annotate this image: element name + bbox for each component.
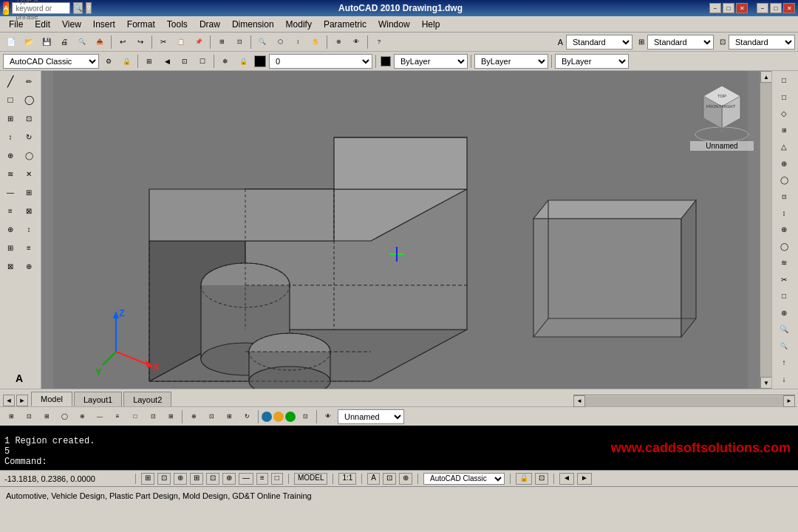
scroll-down-btn[interactable]: ▼ — [760, 377, 772, 389]
toggle-osnap-btn[interactable]: ⊕ — [74, 409, 90, 425]
menu-edit[interactable]: Edit — [29, 18, 56, 31]
modify-chamfer-btn[interactable]: ✕ — [20, 165, 38, 183]
scroll-thumb-v[interactable] — [760, 83, 771, 377]
toggle-snap-btn[interactable]: ⊞ — [3, 409, 19, 425]
help-btn[interactable]: ? — [371, 34, 387, 50]
3dtools-btn[interactable]: ⊕ — [330, 34, 347, 50]
visual-style-btn[interactable]: ◯ — [774, 172, 794, 188]
scroll-right-btn[interactable]: ↑ — [774, 355, 794, 370]
menu-window[interactable]: Window — [372, 18, 416, 31]
toggle-lineweight-btn[interactable]: ≡ — [109, 409, 126, 425]
modify-erase-btn[interactable]: ⊠ — [1, 257, 19, 275]
circle-btn3[interactable] — [273, 412, 284, 422]
render-sun-btn[interactable]: ◇ — [774, 106, 794, 121]
scroll-up-btn[interactable]: ▲ — [760, 71, 772, 83]
camera-btn[interactable]: ⊕ — [774, 222, 794, 237]
snap-toggle[interactable]: ⊡ — [157, 473, 171, 485]
menu-draw[interactable]: Draw — [194, 18, 226, 31]
lweight-toggle[interactable]: ≡ — [256, 473, 268, 485]
scroll-right-status[interactable]: ► — [577, 473, 592, 485]
toggle-otrack-btn[interactable]: — — [92, 409, 108, 425]
zoom-in-btn[interactable]: 🔍 — [774, 321, 794, 337]
toggle-dynucs-btn[interactable]: ⊡ — [203, 409, 219, 425]
draw-xline-btn[interactable]: ✏ — [20, 72, 38, 90]
toggle-dynin-btn[interactable]: ⊞ — [221, 409, 237, 425]
3dtools-r-btn[interactable]: ≋ — [774, 255, 794, 270]
trans-toggle[interactable]: □ — [271, 473, 283, 485]
color-combo[interactable]: ByLayer — [394, 54, 468, 69]
infer-toggle[interactable]: ⊕ — [174, 473, 187, 485]
cut-btn[interactable]: ✂ — [155, 34, 171, 50]
lock-ucs-btn[interactable]: 🔒 — [516, 473, 532, 485]
render-settings-btn[interactable]: ⊕ — [774, 155, 794, 171]
search-box[interactable]: Type a keyword or phrase — [12, 2, 69, 14]
layer-color-btn[interactable] — [254, 55, 266, 67]
draw-circle-btn[interactable]: ◯ — [20, 91, 38, 109]
toggle-3dosnap-btn[interactable]: ⊕ — [185, 409, 202, 425]
print-preview-btn[interactable]: 🔍 — [74, 34, 90, 50]
anno-add-btn[interactable]: ⊕ — [399, 473, 412, 485]
render-btn[interactable]: △ — [774, 139, 794, 154]
table-style-combo[interactable]: Standard — [729, 35, 795, 50]
toggle-ortho-btn[interactable]: ⊞ — [38, 409, 55, 425]
section-btn[interactable]: □ — [774, 288, 794, 304]
maximize-btn[interactable]: □ — [723, 3, 734, 13]
modify-offset-btn[interactable]: — — [1, 183, 19, 201]
undo-btn[interactable]: ↩ — [115, 34, 131, 50]
modify-stretch-btn[interactable]: ⊕ — [1, 220, 19, 238]
circle-btn4[interactable] — [285, 412, 296, 422]
print-btn[interactable]: 🖨 — [56, 34, 72, 50]
workspace-combo[interactable]: AutoCAD Classic — [3, 54, 99, 69]
modify-mirror-btn[interactable]: ≡ — [1, 202, 19, 219]
modify-lengthen-btn[interactable]: ↕ — [20, 220, 38, 238]
layer-lock2-btn[interactable]: 🔒 — [235, 53, 251, 69]
toggle-selection-btn[interactable]: ⊡ — [145, 409, 161, 425]
save-btn[interactable]: 💾 — [38, 34, 55, 50]
layer-state-btn[interactable]: ☐ — [194, 53, 211, 69]
grid-toggle[interactable]: ⊞ — [141, 473, 154, 485]
zoom-prev-btn[interactable]: ⬡ — [272, 34, 288, 50]
3d-walk-btn[interactable]: ⊡ — [774, 188, 794, 204]
inner-minimize-btn[interactable]: − — [757, 3, 768, 13]
render-materials-btn[interactable]: □ — [774, 72, 794, 88]
anno-vis-btn[interactable]: ⊡ — [383, 473, 396, 485]
close-btn[interactable]: ✕ — [736, 3, 748, 13]
orbit-btn[interactable]: ↕ — [774, 205, 794, 221]
circle-btn2[interactable] — [262, 412, 272, 422]
draw-rect-btn[interactable]: □ — [1, 91, 19, 109]
text-btn[interactable]: A — [1, 369, 37, 387]
modify-scale-btn[interactable]: ⊠ — [20, 202, 38, 219]
cleanscreen-status-btn[interactable]: ⊡ — [535, 473, 548, 485]
layer-name-combo[interactable]: 0 — [269, 54, 372, 69]
named-view-combo[interactable]: Unnamed — [338, 409, 404, 424]
help-icon[interactable]: ? — [86, 2, 92, 14]
named-views-icon[interactable]: 👁 — [320, 409, 336, 425]
matchprop-btn[interactable]: ⊞ — [214, 34, 230, 50]
tab-model[interactable]: Model — [31, 392, 72, 406]
flatshot-btn[interactable]: ⊕ — [774, 305, 794, 321]
tab-layout2[interactable]: Layout2 — [123, 392, 171, 406]
draw-hatch-btn[interactable]: ⊞ — [1, 109, 19, 127]
minimize-btn[interactable]: − — [709, 3, 721, 13]
draw-line-btn[interactable]: ╱ — [1, 72, 19, 90]
toggle-quickprops-btn[interactable]: ⊞ — [163, 409, 179, 425]
menu-file[interactable]: File — [3, 18, 29, 31]
modify-fillet-btn[interactable]: ≋ — [1, 165, 19, 183]
layer-prev-btn[interactable]: ◀ — [159, 53, 175, 69]
osnap-toggle[interactable]: ⊕ — [222, 473, 236, 485]
zoom-out-btn[interactable]: 🔍 — [774, 338, 794, 354]
modify-array-btn[interactable]: ⊞ — [20, 183, 38, 201]
lineweight-combo[interactable]: ByLayer — [555, 54, 629, 69]
workspace-settings-btn[interactable]: ⚙ — [100, 53, 117, 69]
tab-layout1[interactable]: Layout1 — [74, 392, 122, 406]
annotation-scale[interactable]: A — [367, 473, 380, 485]
menu-view[interactable]: View — [56, 18, 87, 31]
search-icon[interactable]: 🔍 — [73, 2, 83, 14]
modify-move-btn[interactable]: ↕ — [1, 128, 19, 146]
ortho-toggle[interactable]: ⊞ — [190, 473, 203, 485]
open-btn[interactable]: 📂 — [21, 34, 37, 50]
polar-toggle[interactable]: ⊡ — [206, 473, 219, 485]
viewport-scale[interactable]: 1:1 — [338, 473, 356, 485]
layer-freeze-btn[interactable]: ❄ — [217, 53, 233, 69]
modify-join-btn[interactable]: ≡ — [20, 239, 38, 256]
